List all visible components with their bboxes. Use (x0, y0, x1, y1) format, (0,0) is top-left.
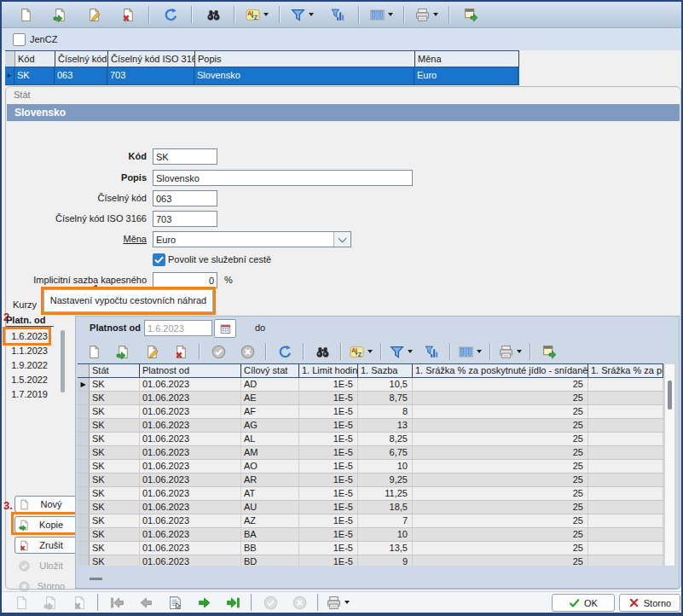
column-header-popis[interactable]: Popis (195, 51, 415, 67)
rates-column-header[interactable]: Cílový stat (241, 364, 299, 377)
sort-az-button[interactable] (348, 341, 374, 362)
rates-row[interactable]: SK01.06.2023AG1E-51325 (78, 419, 663, 433)
cancel-button (287, 592, 311, 613)
new-document-button[interactable] (82, 341, 106, 362)
validity-item[interactable]: 1.7.2019 (5, 387, 50, 402)
filter-button[interactable] (289, 4, 315, 25)
rates-column-header[interactable]: Platnost od (140, 364, 241, 377)
hscrollbar-thumb[interactable] (90, 578, 102, 580)
dropdown-arrow-icon[interactable] (344, 601, 350, 604)
rates-row[interactable]: SK01.06.2023BB1E-513,525 (78, 542, 663, 555)
rates-row[interactable]: SK01.06.2023AF1E-5825 (78, 405, 663, 419)
vscrollbar-thumb[interactable] (668, 381, 672, 410)
rates-column-header[interactable]: Stát (90, 364, 140, 377)
print-button[interactable] (497, 341, 524, 362)
rates-column-header[interactable]: 1. Srážka % za poskytnuté jídlo - snídan… (413, 364, 588, 377)
povolit-checkbox[interactable] (153, 253, 165, 266)
edit-button[interactable] (140, 341, 164, 362)
dropdown-arrow-icon[interactable] (368, 350, 373, 353)
selected-country-row[interactable]: ▸ SK 063 703 Slovensko Euro (5, 67, 519, 85)
rates-cell: AD (241, 378, 299, 391)
dropdown-arrow-icon[interactable] (309, 13, 314, 16)
rates-row[interactable]: SK01.06.2023AZ1E-5725 (78, 514, 663, 528)
mena-label[interactable]: Měna (2, 234, 147, 244)
rates-row[interactable]: SK01.06.2023AE1E-58,7525 (78, 392, 663, 405)
nav-next-button[interactable] (192, 592, 216, 613)
nav-first-button[interactable] (105, 592, 129, 613)
refresh-button[interactable] (159, 4, 182, 25)
kapesne-field[interactable] (153, 272, 217, 288)
column-header-iso[interactable]: Číselný kód ISO 3166 (108, 51, 195, 67)
combo-dropdown-button[interactable] (333, 232, 350, 247)
rates-column-header[interactable]: 1. Srážka % za pos (588, 364, 663, 377)
dropdown-arrow-icon[interactable] (517, 350, 522, 353)
edit-button[interactable] (82, 4, 106, 25)
validity-list-header[interactable]: Platn. od (6, 315, 54, 327)
refresh-button[interactable] (273, 341, 297, 362)
columns-button[interactable] (457, 341, 483, 362)
dropdown-arrow-icon[interactable] (263, 13, 269, 16)
validity-item[interactable]: 1.5.2022 (5, 373, 50, 387)
columns-button[interactable] (368, 4, 395, 25)
dropdown-arrow-icon[interactable] (388, 13, 393, 16)
row-marker (78, 392, 90, 404)
nov-side-button[interactable]: Nový (14, 496, 77, 513)
column-header-kod[interactable]: Kód (15, 51, 55, 67)
dropdown-arrow-icon[interactable] (477, 350, 482, 353)
rates-row[interactable]: SK01.06.2023AL1E-58,2525 (78, 433, 663, 446)
mena-combobox[interactable]: Euro (153, 231, 351, 247)
rates-column-header[interactable]: 1. Limit hodin (299, 364, 358, 377)
cancel-button[interactable] (235, 341, 259, 362)
filter-button[interactable] (388, 341, 414, 362)
validity-list-scrollbar[interactable] (61, 330, 65, 392)
print-button[interactable] (414, 4, 440, 25)
rates-row[interactable]: SK01.06.2023AT1E-511,2525 (78, 487, 663, 501)
calendar-button[interactable] (214, 319, 236, 338)
print-button[interactable] (325, 592, 351, 613)
sort-az-button[interactable] (244, 4, 270, 25)
jencz-checkbox[interactable] (13, 33, 26, 46)
delete-button[interactable] (116, 4, 140, 25)
zruit-side-button[interactable]: Zrušit (14, 537, 77, 554)
rates-row[interactable]: SK01.06.2023AM1E-56,7525 (78, 446, 663, 460)
nav-prev-button[interactable] (134, 592, 158, 613)
validity-item-selected[interactable]: 1.6.2023 (5, 329, 50, 344)
popis-field[interactable] (153, 170, 413, 186)
new-document-button[interactable] (14, 4, 38, 25)
rates-column-header[interactable]: 1. Sazba (358, 364, 413, 377)
search-button[interactable] (310, 341, 334, 362)
rates-row[interactable]: SK01.06.2023AO1E-51025 (78, 460, 663, 474)
nav-last-button[interactable] (221, 592, 245, 613)
record-list-button[interactable] (163, 592, 187, 613)
validity-item[interactable]: 1.9.2022 (5, 358, 50, 373)
rates-row[interactable]: SK01.06.2023AU1E-518,525 (78, 501, 663, 514)
export-button[interactable] (459, 4, 483, 25)
validity-item[interactable]: 1.1.2023 (5, 344, 50, 358)
confirm-button[interactable] (206, 341, 230, 362)
filter-advanced-button[interactable] (326, 4, 350, 25)
rates-row[interactable]: SK01.06.2023BA1E-51025 (78, 528, 663, 542)
export-button[interactable] (537, 341, 561, 362)
ciselny-kod-field[interactable] (153, 190, 217, 206)
storno-button[interactable]: Storno (619, 594, 680, 612)
copy-button[interactable] (48, 4, 72, 25)
kopie-side-button[interactable]: Kopie (14, 516, 77, 533)
search-button[interactable] (201, 4, 225, 25)
iso-field[interactable] (153, 211, 217, 227)
column-header-ciselny-kod[interactable]: Číselný kód (55, 51, 108, 67)
tab-kurzy[interactable]: Kurzy (13, 299, 37, 310)
rates-row[interactable]: SK01.06.2023AR1E-59,2525 (78, 474, 663, 487)
rates-row[interactable]: ▶SK01.06.2023AD1E-510,525 (78, 378, 663, 392)
kod-field[interactable] (153, 148, 217, 165)
ok-button[interactable]: OK (552, 594, 615, 612)
platnost-od-field[interactable] (144, 320, 212, 336)
dropdown-arrow-icon[interactable] (433, 13, 438, 16)
copy-button[interactable] (111, 341, 135, 362)
delete-button[interactable] (169, 341, 193, 362)
filter-advanced-button[interactable] (420, 341, 443, 362)
tab-nastaveni-nahrad[interactable]: Nastavení vypočtu cestovních náhrad (43, 289, 213, 312)
toolbar-separator (489, 343, 491, 360)
dropdown-arrow-icon[interactable] (408, 350, 413, 353)
rates-row[interactable]: SK01.06.2023BD1E-5925 (78, 555, 663, 566)
column-header-mena[interactable]: Měna (415, 51, 519, 67)
